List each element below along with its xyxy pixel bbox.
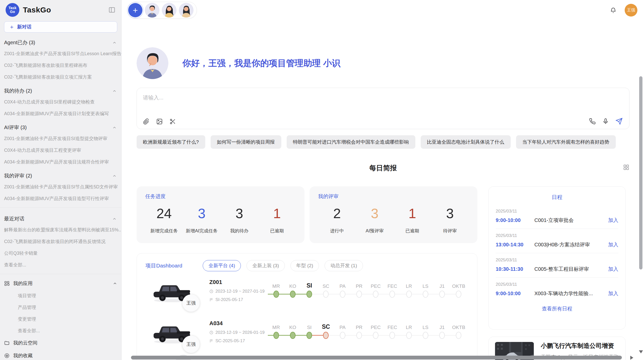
- dashboard-filter-pill[interactable]: 动总开发 (1): [325, 260, 363, 271]
- dashboard-filter-pill[interactable]: 年型 (2): [290, 260, 319, 271]
- sidebar-item[interactable]: C0X4-动力总成开发项目SI里程碑提交物检查: [0, 96, 121, 108]
- join-link[interactable]: 加入: [608, 217, 618, 224]
- join-link[interactable]: 加入: [608, 241, 618, 248]
- image-icon[interactable]: [156, 118, 163, 125]
- scroll-down-arrow-icon[interactable]: [639, 350, 643, 353]
- milestone-node: [340, 291, 345, 298]
- project-row-a034[interactable]: 王强 A034 2023-12-19 ~ 2026-01-19 SC-2025-…: [137, 312, 477, 354]
- view-all-schedule-link[interactable]: 查看所有日程: [496, 305, 618, 312]
- app-sub-item[interactable]: 变更管理: [0, 313, 121, 325]
- dashboard-filters: 全新平台 (4)全新上装 (3)年型 (2)动总开发 (1): [203, 260, 363, 271]
- sidebar-item[interactable]: A034-全新新能源MUV产品开发项目计划变更表编写: [0, 108, 121, 119]
- schedule-time: 9:00-10:00: [496, 291, 528, 296]
- agent-avatar-2[interactable]: [162, 3, 177, 18]
- schedule-item: 2025/03/11 9:00-10:00 X003-车辆动力学性能验... 加…: [496, 278, 618, 302]
- suggestion-chip[interactable]: 特朗普可能对进口汽车增税会对中国车企造成哪些影响: [287, 135, 415, 149]
- scissors-icon[interactable]: [169, 118, 176, 125]
- schedule-event-title: X003-车辆动力学性能验...: [534, 290, 605, 297]
- app-sub-item[interactable]: 产品管理: [0, 302, 121, 313]
- flag-icon: [209, 339, 213, 343]
- milestone-label: J1: [434, 321, 450, 330]
- grid-icon: [4, 281, 10, 286]
- milestone-node-row: [301, 330, 318, 340]
- milestone-node: [273, 291, 279, 298]
- section-header-my-todo[interactable]: 我的待办 (2): [0, 83, 121, 96]
- sidebar-item[interactable]: Z001-全新燃油轻卡产品开发项目SI造型提交物评审: [0, 133, 121, 144]
- project-row-z001[interactable]: 王强 Z001 2023-12-19 ~ 2027-01-19 SI-2025-…: [137, 271, 477, 312]
- milestone: J1: [434, 280, 450, 299]
- milestone: OKTB: [450, 321, 467, 340]
- stat-label: 已逾期: [405, 228, 419, 234]
- suggestion-chip[interactable]: 欧洲新规最近颁布了什么?: [137, 135, 205, 149]
- stat-item: 24 新增完成任务: [145, 205, 183, 234]
- user-avatar[interactable]: 王强: [625, 4, 637, 17]
- bell-icon[interactable]: [610, 7, 617, 13]
- horizontal-scrollbar[interactable]: [131, 356, 622, 359]
- topbar: + 王强: [122, 0, 644, 19]
- sidebar-item[interactable]: 公司Q3轻卡销量: [0, 247, 121, 259]
- app-sub-item[interactable]: 查看全部...: [0, 325, 121, 337]
- schedule-time: 10:30-11:30: [496, 266, 528, 272]
- add-agent-button[interactable]: +: [128, 3, 142, 17]
- stat-label: 进行中: [330, 228, 344, 234]
- suggestion-chip[interactable]: 比亚迪全固态电池计划具体说了什么: [421, 135, 511, 149]
- stat-item: 1 已逾期: [258, 205, 296, 234]
- milestone-label: LS: [417, 321, 434, 330]
- section-header-agent-done[interactable]: Agent已办 (3): [0, 35, 121, 48]
- sidebar-item[interactable]: Z001-全新燃油轻卡产品开发项目SI节点属性5D文件评审: [0, 181, 121, 193]
- milestone-node-row: [284, 289, 301, 299]
- sidebar-section-my-review: 我的评审 (2) Z001-全新燃油轻卡产品开发项目SI节点属性5D文件评审A0…: [0, 168, 121, 204]
- mic-icon[interactable]: [602, 118, 609, 125]
- sidebar-item-my-apps[interactable]: 我的应用: [0, 277, 121, 290]
- milestone-label: KO: [284, 321, 301, 330]
- milestone-label: PA: [334, 321, 351, 330]
- section-header-my-review[interactable]: 我的评审 (2): [0, 168, 121, 181]
- sidebar-collapse-icon[interactable]: [108, 6, 116, 13]
- milestone: PEC: [368, 280, 384, 299]
- project-duration: 2023-12-19 ~ 2026-01-19: [209, 330, 268, 335]
- sidebar-section-agent-done: Agent已办 (3) Z001-全新燃油皮卡产品开发项目SI节点Lesson …: [0, 35, 121, 83]
- sidebar-item-favorites[interactable]: 我的收藏: [0, 349, 121, 360]
- milestone-node-row: [417, 289, 434, 299]
- schedule-row: 10:30-11:30 C005-整车工程目标评审 加入: [496, 266, 618, 273]
- join-link[interactable]: 加入: [608, 266, 618, 273]
- section-header-ai-review[interactable]: AI评审 (3): [0, 119, 121, 133]
- milestone-node-row: [368, 330, 384, 340]
- sidebar-item[interactable]: C0X4-动力总成开发项目工程变更评审: [0, 144, 121, 156]
- vertical-scrollbar[interactable]: [639, 76, 642, 269]
- phone-icon[interactable]: [589, 118, 596, 125]
- send-icon[interactable]: [616, 118, 623, 125]
- message-input[interactable]: [137, 88, 629, 111]
- agent-avatar-1[interactable]: [145, 3, 159, 18]
- paperclip-icon[interactable]: [143, 118, 150, 125]
- sidebar-item[interactable]: A034-全新新能源MUV产品开发项目造型可行性评审: [0, 193, 121, 204]
- section-header-recent[interactable]: 最近对话: [0, 211, 121, 224]
- suggestion-chip[interactable]: 当下年轻人对汽车外观有怎样的喜好趋势: [516, 135, 616, 149]
- greeting-block: 你好，王强，我是你的项目管理助理 小识: [137, 47, 630, 79]
- dashboard-filter-pill[interactable]: 全新上装 (3): [246, 260, 285, 271]
- layout-grid-icon[interactable]: [623, 164, 630, 172]
- sidebar-item-cloud-space[interactable]: 我的云空间: [0, 337, 121, 349]
- milestone-node: [356, 332, 362, 339]
- milestone-label: SC: [318, 280, 334, 289]
- avatar-illustration: [179, 3, 194, 18]
- sidebar-item[interactable]: Z001-全新燃油皮卡产品开发项目SI节点Lesson Learn报告: [0, 48, 121, 59]
- sidebar-item[interactable]: C02-飞腾新能源轻客改款项目立项汇报方案: [0, 71, 121, 83]
- agent-avatar-3[interactable]: [179, 3, 194, 18]
- sidebar-item[interactable]: C02-飞腾新能源轻客改款项目里程碑画布: [0, 59, 121, 71]
- milestone-node-row: [450, 330, 467, 340]
- milestone-label: OKTB: [450, 280, 467, 289]
- new-chat-button[interactable]: ＋ 新对话: [4, 21, 117, 33]
- sidebar-item[interactable]: C02-飞腾新能源轻客改款项目的闭环通告反馈情况: [0, 236, 121, 247]
- suggestion-chip[interactable]: 如何写一份清晰的项目周报: [211, 135, 281, 149]
- dashboard-filter-pill[interactable]: 全新平台 (4): [203, 260, 241, 271]
- milestone: LS: [417, 280, 434, 299]
- sidebar-item[interactable]: A034-全新新能源MUV产品开发项目法规符合性评审: [0, 156, 121, 168]
- recent-view-all[interactable]: 查看全部...: [0, 259, 121, 271]
- join-link[interactable]: 加入: [608, 290, 618, 297]
- scroll-right-arrow-icon[interactable]: [630, 356, 633, 360]
- app-sub-item[interactable]: 项目管理: [0, 290, 121, 302]
- milestone-node: [340, 332, 345, 339]
- sidebar-item[interactable]: 解释最新出台的欧盟报废车法规再生塑料比例被调至15%...: [0, 224, 121, 236]
- stat-label: 待评审: [443, 228, 457, 234]
